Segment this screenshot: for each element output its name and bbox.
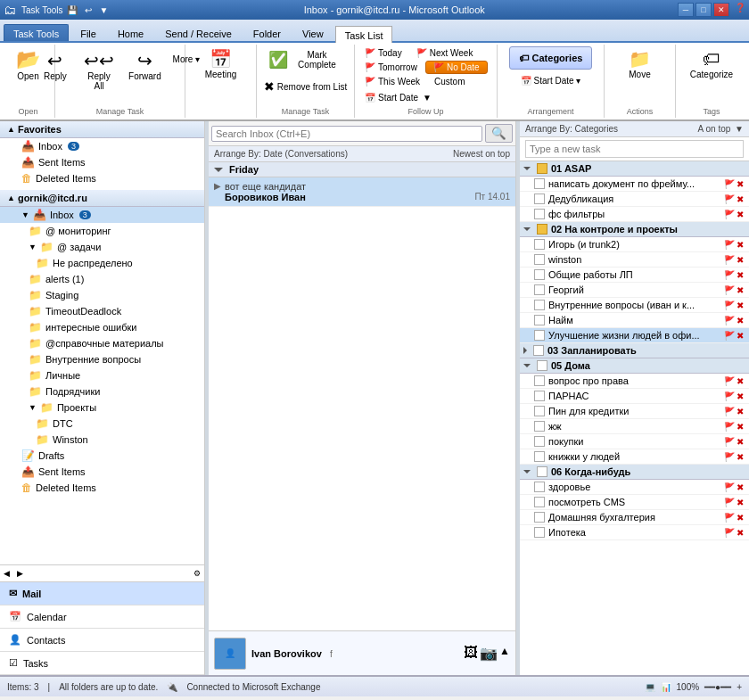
task-checkbox-5[interactable] xyxy=(534,254,545,265)
task-zhzh[interactable]: жж 🚩 ✖ xyxy=(520,419,749,434)
meeting-button[interactable]: 📅 Meeting xyxy=(199,46,243,83)
task-prava[interactable]: вопрос про права 🚩 ✖ xyxy=(520,374,749,389)
new-task-input[interactable] xyxy=(525,140,744,158)
category-planned[interactable]: 03 Запланировать xyxy=(520,343,749,358)
task-winston[interactable]: winston 🚩 ✖ xyxy=(520,252,749,268)
nav-item-interesting[interactable]: 📁 интересные ошибки xyxy=(0,319,204,335)
search-button[interactable]: 🔍 xyxy=(485,124,513,143)
maximize-button[interactable]: □ xyxy=(696,3,712,17)
zoom-slider[interactable]: ━━●━━ xyxy=(704,682,731,692)
tab-send-receive[interactable]: Send / Receive xyxy=(155,24,242,41)
nav-item-reference[interactable]: 📁 @справочные материалы xyxy=(0,335,204,351)
task-pokupki[interactable]: покупки 🚩 ✖ xyxy=(520,434,749,449)
task-checkbox-8[interactable] xyxy=(534,300,545,310)
task-checkbox-13[interactable] xyxy=(534,406,545,416)
nav-item-sent[interactable]: 📤 Sent Items xyxy=(0,464,204,480)
nav-item-deleted[interactable]: 🗑 Deleted Items xyxy=(0,480,204,496)
start-date-button[interactable]: 📅 Start Date ▼ xyxy=(358,91,493,104)
search-input[interactable] xyxy=(211,126,482,142)
nav-item-dtc[interactable]: 📁 DTC xyxy=(0,416,204,432)
task-checkbox-14[interactable] xyxy=(534,421,545,432)
task-checkbox-15[interactable] xyxy=(534,436,545,447)
tab-home[interactable]: Home xyxy=(108,24,153,41)
nav-calendar-switch[interactable]: 📅 Calendar xyxy=(0,605,204,629)
nav-item-inbox[interactable]: ▼ 📥 Inbox 3 xyxy=(0,207,204,223)
zoom-plus[interactable]: + xyxy=(737,682,742,692)
nav-item-deleted-fav[interactable]: 🗑 Deleted Items xyxy=(0,170,204,186)
start-date-arrange-button[interactable]: 📅 Start Date ▾ xyxy=(516,73,586,88)
nav-item-internal[interactable]: 📁 Внутренние вопросы xyxy=(0,351,204,367)
task-napisat[interactable]: написать документ по фрейму... 🚩 ✖ xyxy=(520,177,749,192)
task-checkbox-16[interactable] xyxy=(534,451,545,462)
email-item-kandidat[interactable]: ▶ вот еще кандидат Боровиков Иван Пт 14.… xyxy=(209,177,515,207)
qa-btn3[interactable]: ▼ xyxy=(97,3,111,17)
nav-item-contractors[interactable]: 📁 Подрядчики xyxy=(0,383,204,399)
nav-mail-switch[interactable]: ✉ Mail xyxy=(0,582,204,605)
reply-all-button[interactable]: ↩↩ Reply All xyxy=(77,48,121,95)
task-pin[interactable]: Пин для кредитки 🚩 ✖ xyxy=(520,404,749,419)
nav-item-projects[interactable]: ▼ 📁 Проекты xyxy=(0,399,204,416)
custom-button[interactable]: Custom xyxy=(428,75,471,88)
help-button[interactable]: ❓ xyxy=(735,3,745,17)
task-zdorovie[interactable]: здоровье 🚩 ✖ xyxy=(520,480,749,495)
nav-item-personal[interactable]: 📁 Личные xyxy=(0,367,204,383)
nav-item-winston[interactable]: 📁 Winston xyxy=(0,432,204,448)
task-georgiy[interactable]: Георгий 🚩 ✖ xyxy=(520,283,749,298)
task-vnutrennie[interactable]: Внутренние вопросы (иван и к... 🚩 ✖ xyxy=(520,298,749,313)
task-checkbox-9[interactable] xyxy=(534,315,545,325)
nav-item-staging[interactable]: 📁 Staging xyxy=(0,287,204,303)
task-checkbox-17[interactable] xyxy=(534,482,545,492)
nav-item-monitoring[interactable]: 📁 @ мониторинг xyxy=(0,223,204,239)
task-uluchshenie[interactable]: Улучшение жизни людей в офи... 🚩 ✖ xyxy=(520,328,749,343)
task-checkbox-2[interactable] xyxy=(534,194,545,204)
task-cms[interactable]: посмотреть CMS 🚩 ✖ xyxy=(520,495,749,510)
nav-add-icon[interactable]: ▶ xyxy=(15,567,25,580)
nav-item-sent-fav[interactable]: 📤 Sent Items xyxy=(0,154,204,170)
preview-action2[interactable]: 📷 xyxy=(480,645,498,662)
task-checkbox-18[interactable] xyxy=(534,497,545,507)
task-checkbox-19[interactable] xyxy=(534,512,545,523)
preview-expand-btn[interactable]: ▲ xyxy=(499,645,510,662)
task-igor[interactable]: Игорь (и trunk2) 🚩 ✖ xyxy=(520,237,749,252)
task-naim[interactable]: Найм 🚩 ✖ xyxy=(520,313,749,328)
task-checkbox-12[interactable] xyxy=(534,391,545,401)
task-checkbox-3[interactable] xyxy=(534,209,545,219)
categorize-button[interactable]: 🏷 Categorize xyxy=(684,46,739,83)
nav-item-ne-raspredeleno[interactable]: 📁 Не распределено xyxy=(0,255,204,271)
category-control[interactable]: 02 На контроле и проекты xyxy=(520,222,749,237)
category-home[interactable]: 05 Дома xyxy=(520,358,749,374)
categories-button[interactable]: 🏷 Categories xyxy=(509,46,593,70)
task-checkbox-7[interactable] xyxy=(534,284,545,295)
move-button[interactable]: 📁 Move xyxy=(621,46,660,83)
nav-config-icon[interactable]: ⚙ xyxy=(192,567,202,580)
no-date-button[interactable]: 🚩 No Date xyxy=(425,61,488,74)
nav-item-alerts[interactable]: 📁 alerts (1) xyxy=(0,271,204,287)
remove-from-list-button[interactable]: ✖ Remove from List xyxy=(259,77,351,96)
tomorrow-button[interactable]: 🚩 Tomorrow xyxy=(358,61,424,74)
forward-button[interactable]: ↪ Forward xyxy=(123,48,166,85)
tab-task-tools[interactable]: Task Tools xyxy=(4,24,69,41)
task-buhgalteriya[interactable]: Домашняя бухгалтерия 🚩 ✖ xyxy=(520,510,749,525)
mark-complete-button[interactable]: ✅ Mark Complete xyxy=(262,46,349,73)
task-filtry[interactable]: фс фильтры 🚩 ✖ xyxy=(520,207,749,222)
task-checkbox-4[interactable] xyxy=(534,239,545,250)
tab-view[interactable]: View xyxy=(292,24,333,41)
task-obschie[interactable]: Общие работы ЛП 🚩 ✖ xyxy=(520,268,749,283)
minimize-button[interactable]: ─ xyxy=(678,3,694,17)
nav-item-inbox-fav[interactable]: 📥 Inbox 3 xyxy=(0,138,204,154)
tab-task-list[interactable]: Task List xyxy=(335,26,393,43)
this-week-button[interactable]: 🚩 This Week xyxy=(358,75,426,88)
nav-item-zadachi[interactable]: ▼ 📁 @ задачи xyxy=(0,239,204,255)
close-button[interactable]: ✕ xyxy=(713,3,729,17)
tab-folder[interactable]: Folder xyxy=(243,24,291,41)
category-someday[interactable]: 06 Когда-нибудь xyxy=(520,465,749,480)
qa-btn1[interactable]: 💾 xyxy=(65,3,79,17)
task-ipoteka[interactable]: Ипотека 🚩 ✖ xyxy=(520,525,749,540)
preview-action1[interactable]: 🖼 xyxy=(464,645,478,662)
favorites-header[interactable]: ▲ Favorites xyxy=(0,121,204,138)
task-checkbox-6[interactable] xyxy=(534,269,545,280)
task-checkbox-10[interactable] xyxy=(534,330,545,341)
task-dedublikacia[interactable]: Дедубликация 🚩 ✖ xyxy=(520,192,749,207)
nav-tasks-switch[interactable]: ☑ Tasks xyxy=(0,652,204,675)
nav-contacts-switch[interactable]: 👤 Contacts xyxy=(0,629,204,652)
